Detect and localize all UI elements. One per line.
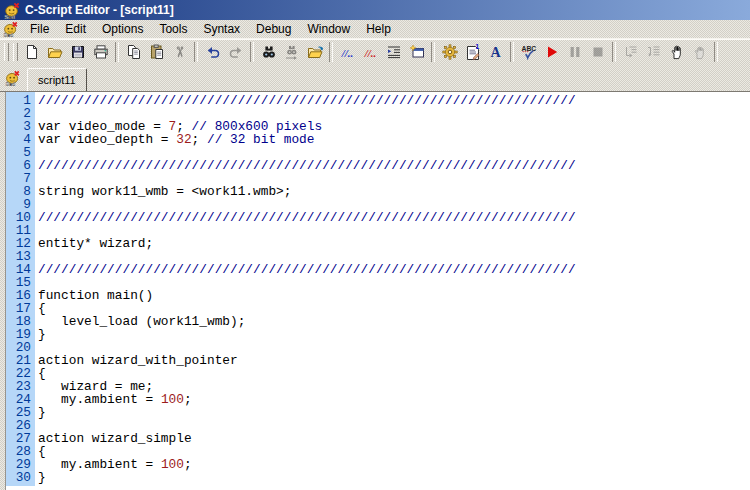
code-line: my.ambient = 100;	[38, 393, 750, 406]
run-icon	[544, 44, 560, 60]
code-line: action wizard_with_pointer	[38, 354, 750, 367]
open-folder-icon	[47, 44, 63, 60]
toolbar-separator	[714, 42, 718, 62]
engine-button[interactable]	[438, 41, 461, 63]
code-line: my.ambient = 100;	[38, 458, 750, 471]
binoculars-arrow-icon	[284, 44, 300, 60]
save-button[interactable]	[66, 41, 89, 63]
paste-icon	[149, 44, 165, 60]
find-next-button	[280, 41, 303, 63]
syntax-check-button[interactable]: ABC	[517, 41, 540, 63]
abc-check-icon: ABC	[521, 44, 537, 60]
indent-button[interactable]	[382, 41, 405, 63]
toolbar-grip[interactable]	[13, 43, 18, 61]
hand-button[interactable]	[665, 41, 688, 63]
new-window-button[interactable]	[405, 41, 428, 63]
cut-button: ✂	[168, 41, 191, 63]
stop-icon	[590, 44, 606, 60]
print-icon	[93, 44, 109, 60]
code-line: ////////////////////////////////////////…	[38, 159, 750, 172]
font-button[interactable]: A	[484, 41, 507, 63]
paste-button[interactable]	[145, 41, 168, 63]
tab-script11[interactable]: script11	[27, 68, 87, 91]
comment-red-icon: //..	[365, 43, 377, 61]
toolbar-separator	[431, 42, 435, 62]
sed-app-icon[interactable]: Sed	[4, 2, 21, 19]
copy-button[interactable]	[122, 41, 145, 63]
tab-label: script11	[38, 74, 76, 86]
code-line: }	[38, 471, 750, 484]
copy-icon	[126, 44, 142, 60]
code-line: var video_depth = 32; // 32 bit mode	[38, 133, 750, 146]
sed-file-icon: Sed	[5, 70, 21, 86]
toolbar-separator	[194, 42, 198, 62]
svg-text:Sed: Sed	[5, 81, 15, 86]
gutter-column: 1234567891011121314151617181920212223242…	[6, 92, 35, 490]
properties-page-icon: 1	[465, 44, 481, 60]
open-file-button[interactable]	[43, 41, 66, 63]
menu-item-tools[interactable]: Tools	[151, 21, 195, 38]
code-line: level_load (work11_wmb);	[38, 315, 750, 328]
window-title: C-Script Editor - [script11]	[25, 3, 174, 18]
code-text: ////////////////////////////////////////…	[35, 92, 750, 484]
redo-button	[224, 41, 247, 63]
title-bar: Sed C-Script Editor - [script11]	[0, 0, 750, 20]
toolbar-separator	[612, 42, 616, 62]
toolbar-separator	[250, 42, 254, 62]
sed-child-icon[interactable]: Sed	[3, 21, 19, 37]
gear-icon	[442, 44, 458, 60]
toolbar-grip[interactable]	[4, 43, 9, 61]
uncomment-button[interactable]: //..	[359, 41, 382, 63]
toolbar-separator	[115, 42, 119, 62]
step-over-icon	[623, 44, 639, 60]
code-editor[interactable]: ////////////////////////////////////////…	[35, 92, 750, 490]
code-line: string work11_wmb = <work11.wmb>;	[38, 185, 750, 198]
new-file-button[interactable]	[20, 41, 43, 63]
menu-item-debug[interactable]: Debug	[248, 21, 299, 38]
code-line: entity* wizard;	[38, 237, 750, 250]
menu-item-options[interactable]: Options	[94, 21, 151, 38]
code-line: ////////////////////////////////////////…	[38, 263, 750, 276]
svg-text:1: 1	[475, 44, 479, 50]
save-icon	[70, 44, 86, 60]
svg-text:ABC: ABC	[521, 45, 536, 52]
toolbar-separator	[510, 42, 514, 62]
menu-bar: Sed FileEditOptionsToolsSyntaxDebugWindo…	[0, 20, 750, 38]
undo-icon	[205, 44, 221, 60]
folder-arrow-icon	[307, 44, 323, 60]
font-a-icon: A	[490, 43, 500, 61]
cut-icon: ✂	[174, 44, 186, 60]
line-number-gutter: 1234567891011121314151617181920212223242…	[6, 92, 35, 486]
find-button[interactable]	[257, 41, 280, 63]
svg-text:Sed: Sed	[4, 13, 15, 18]
window-sparkle-icon	[409, 44, 425, 60]
menu-item-edit[interactable]: Edit	[57, 21, 94, 38]
hand-drag-icon	[692, 44, 708, 60]
hand-drag-button	[688, 41, 711, 63]
code-line: action wizard_simple	[38, 432, 750, 445]
menu-item-window[interactable]: Window	[299, 21, 358, 38]
run-button[interactable]	[540, 41, 563, 63]
menu-item-file[interactable]: File	[22, 21, 57, 38]
pause-icon	[567, 44, 583, 60]
toolbar: ✂ //..//..1AABC	[0, 38, 750, 65]
menu-item-syntax[interactable]: Syntax	[195, 21, 248, 38]
code-line: }	[38, 328, 750, 341]
step-over-button	[619, 41, 642, 63]
print-button[interactable]	[89, 41, 112, 63]
indent-icon	[386, 44, 402, 60]
properties-button[interactable]: 1	[461, 41, 484, 63]
step-into-button	[642, 41, 665, 63]
binoculars-icon	[261, 44, 277, 60]
redo-icon	[228, 44, 244, 60]
code-line: function main()	[38, 289, 750, 302]
toolbar-separator	[329, 42, 333, 62]
code-line: }	[38, 406, 750, 419]
undo-button[interactable]	[201, 41, 224, 63]
editor-area: 1234567891011121314151617181920212223242…	[0, 91, 750, 490]
comment-blue-icon: //..	[342, 43, 354, 61]
stop-button	[586, 41, 609, 63]
open-include-button[interactable]	[303, 41, 326, 63]
comment-button[interactable]: //..	[336, 41, 359, 63]
menu-item-help[interactable]: Help	[358, 21, 399, 38]
